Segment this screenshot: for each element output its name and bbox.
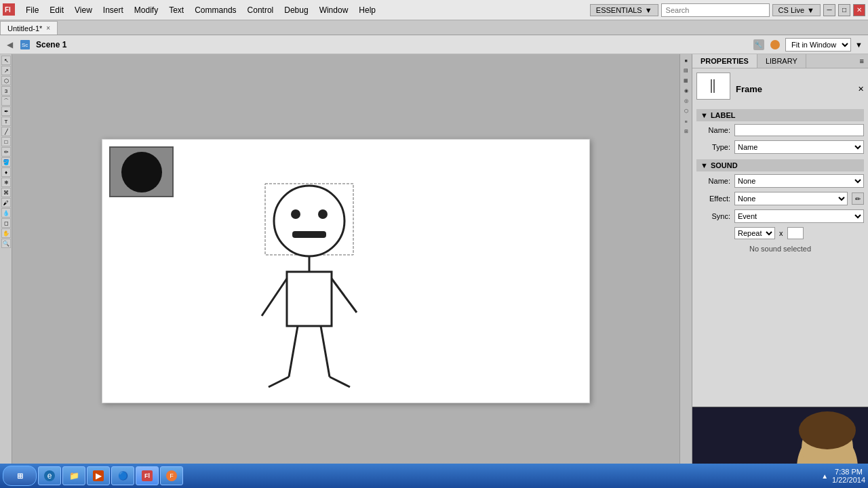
name-input[interactable] <box>734 124 864 136</box>
svg-line-19 <box>330 377 350 387</box>
tool-rect[interactable]: □ <box>1 137 11 146</box>
tool-arrow[interactable]: ↖ <box>1 56 11 65</box>
taskbar: ⊞ e 📁 ▶ 🔵 Fl F ▲ 7:38 PM 1/22/2014 <box>0 464 868 488</box>
scene-label: Scene 1 <box>36 40 66 49</box>
tool-pen[interactable]: ✒ <box>1 106 11 116</box>
taskbar-tray: ▲ <box>821 472 828 480</box>
tool-deco[interactable]: ❄ <box>1 178 11 187</box>
maximize-button[interactable]: □ <box>838 4 850 16</box>
label-section-header[interactable]: ▼ LABEL <box>696 109 864 121</box>
tool-eraser[interactable]: ◻ <box>1 218 11 228</box>
ri-btn-5[interactable]: ◎ <box>682 96 691 106</box>
tool-lasso[interactable]: ⌒ <box>1 96 11 106</box>
stick-figure <box>258 180 394 390</box>
tool-eyedrop[interactable]: 💧 <box>1 208 11 218</box>
menu-commands[interactable]: Commands <box>189 3 241 18</box>
tool-freeform[interactable]: ⬡ <box>1 76 11 85</box>
search-input[interactable] <box>661 3 770 17</box>
ri-btn-2[interactable]: ▤ <box>682 66 691 75</box>
menu-help[interactable]: Help <box>353 3 381 18</box>
tool-hand[interactable]: ✋ <box>1 228 11 238</box>
taskbar-explorer[interactable]: 📁 <box>62 466 85 485</box>
menu-text[interactable]: Text <box>163 3 189 18</box>
app-logo: Fl <box>3 3 16 17</box>
cs-live-button[interactable]: CS Live ▼ <box>772 4 821 16</box>
tool-bone[interactable]: ⌘ <box>1 188 11 197</box>
tool-line[interactable]: ╱ <box>1 127 11 136</box>
taskbar-flash2[interactable]: F <box>160 466 183 485</box>
svg-line-18 <box>269 377 289 387</box>
sync-select[interactable]: Event <box>734 209 864 223</box>
sound-section-header[interactable]: ▼ SOUND <box>696 159 864 171</box>
menu-debug[interactable]: Debug <box>279 3 313 18</box>
svg-point-6 <box>770 40 780 49</box>
type-row: Type: Name <box>696 140 864 154</box>
essentials-button[interactable]: ESSENTIALS ▼ <box>590 4 658 16</box>
close-button[interactable]: ✕ <box>853 4 865 16</box>
media-icon: ▶ <box>93 470 104 481</box>
tool-3d[interactable]: 3 <box>1 86 11 96</box>
tool-zoom[interactable]: 🔍 <box>1 239 11 248</box>
fit-window-select[interactable]: Fit in Window <box>785 38 851 52</box>
tool-paint[interactable]: 🪣 <box>1 157 11 167</box>
ri-btn-4[interactable]: ◉ <box>682 86 691 96</box>
menu-insert[interactable]: Insert <box>98 3 129 18</box>
frame-preview-inner <box>711 79 716 93</box>
menu-bar: Fl File Edit View Insert Modify Text Com… <box>0 0 868 20</box>
start-button[interactable]: ⊞ <box>3 466 37 486</box>
svg-line-14 <box>262 279 287 316</box>
tool-ink[interactable]: ♦ <box>1 167 11 177</box>
taskbar-flash[interactable]: Fl <box>136 466 159 485</box>
taskbar-right: ▲ 7:38 PM 1/22/2014 <box>821 468 865 484</box>
minimize-button[interactable]: ─ <box>823 4 835 16</box>
taskbar-chrome[interactable]: 🔵 <box>111 466 134 485</box>
tool-subselect[interactable]: ↗ <box>1 66 11 75</box>
tab-properties[interactable]: PROPERTIES <box>692 54 757 68</box>
svg-point-10 <box>318 209 328 219</box>
tool-text[interactable]: T <box>1 117 11 126</box>
menu-window[interactable]: Window <box>314 3 354 18</box>
menu-view[interactable]: View <box>69 3 98 18</box>
tool-pencil[interactable]: ✏ <box>1 147 11 157</box>
repeat-count-input[interactable]: 1 <box>787 227 804 239</box>
canvas-container[interactable] <box>12 54 679 488</box>
tab-close-button[interactable]: × <box>46 24 50 32</box>
repeat-select[interactable]: Repeat <box>734 227 775 239</box>
ri-btn-6[interactable]: ⬡ <box>682 106 691 116</box>
ri-btn-1[interactable]: ■ <box>682 56 691 65</box>
back-button[interactable]: ◀ <box>5 40 14 49</box>
sound-name-select[interactable]: None <box>734 174 864 188</box>
menu-edit[interactable]: Edit <box>44 3 69 18</box>
svg-line-16 <box>289 326 298 377</box>
taskbar-ie[interactable]: e <box>38 466 61 485</box>
right-panel: PROPERTIES LIBRARY ≡ Frame ✕ ▼ LABEL Na <box>692 54 868 488</box>
svg-line-15 <box>332 279 357 312</box>
no-sound-text: No sound selected <box>696 245 864 253</box>
left-toolbar: ↖ ↗ ⬡ 3 ⌒ ✒ T ╱ □ ✏ 🪣 ♦ ❄ ⌘ 🖌 💧 ◻ ✋ 🔍 <box>0 54 12 488</box>
tab-library[interactable]: LIBRARY <box>757 54 806 68</box>
effect-select[interactable]: None <box>734 192 848 205</box>
taskbar-media[interactable]: ▶ <box>87 466 110 485</box>
document-tab[interactable]: Untitled-1* × <box>0 21 58 35</box>
ri-btn-3[interactable]: ▦ <box>682 76 691 85</box>
svg-text:Fl: Fl <box>5 6 11 14</box>
ri-btn-7[interactable]: ≡ <box>682 117 691 126</box>
menu-modify[interactable]: Modify <box>129 3 163 18</box>
panel-close-button[interactable]: ≡ <box>856 54 868 68</box>
ri-btn-8[interactable]: ⊞ <box>682 127 691 136</box>
menu-file[interactable]: File <box>20 3 44 18</box>
flash2-icon: F <box>166 470 177 481</box>
collapse-button[interactable]: ✕ <box>858 85 864 94</box>
frame-preview <box>696 73 730 100</box>
menu-control[interactable]: Control <box>242 3 279 18</box>
chrome-icon: 🔵 <box>117 470 128 481</box>
type-select[interactable]: Name <box>734 140 864 154</box>
panel-tabs: PROPERTIES LIBRARY ≡ <box>692 54 868 68</box>
sound-name-label: Name: <box>696 177 730 185</box>
svg-text:Sc: Sc <box>22 42 28 48</box>
effect-edit-button[interactable]: ✏ <box>852 192 864 205</box>
tool-paint2[interactable]: 🖌 <box>1 198 11 207</box>
repeat-row: Repeat x 1 <box>734 227 864 239</box>
explorer-icon: 📁 <box>68 470 79 481</box>
tab-bar: Untitled-1* × <box>0 20 868 35</box>
